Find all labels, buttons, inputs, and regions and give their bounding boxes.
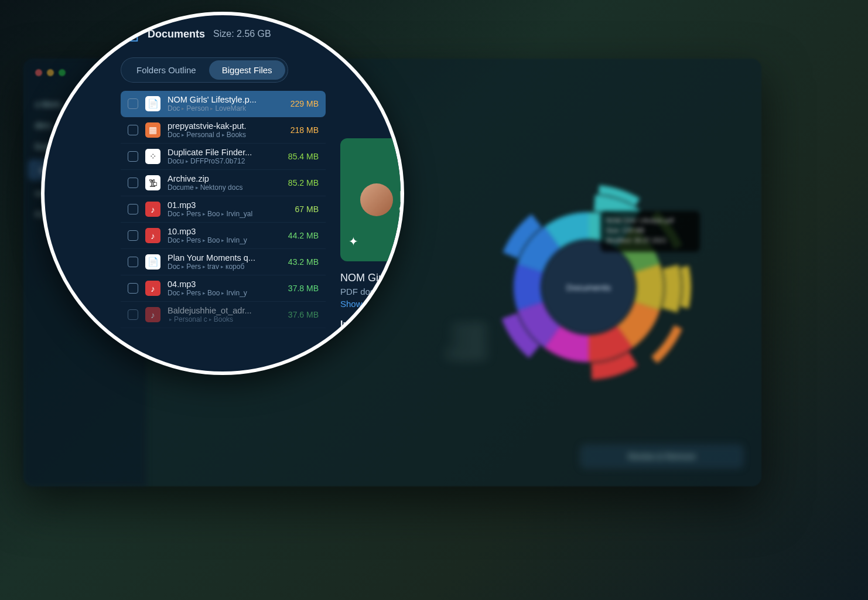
mp3-icon: ♪ [145, 281, 160, 296]
panel-header: Documents Size: 2.56 GB [41, 12, 404, 53]
mp3-icon: ♪ [145, 307, 160, 322]
file-name: prepyatstvie-kak-put. [168, 121, 283, 131]
checkbox[interactable] [128, 283, 138, 294]
file-path: Docume▸Nektony docs [168, 183, 281, 192]
file-path: Docu▸DFFProS7.0b712 [168, 157, 281, 165]
file-size: 43.2 MB [288, 257, 319, 267]
checkbox[interactable] [128, 98, 138, 109]
file-name: 01.mp3 [168, 200, 288, 210]
file-path: Doc▸Pers▸Boo▸Irvin_y [168, 289, 281, 297]
brand-logo-text: NOMGIRLS' LIFESTYLE [399, 188, 404, 213]
file-size: 37.6 MB [288, 310, 319, 319]
file-row[interactable]: 🗜Archive.zipDocume▸Nektony docs85.2 MB [121, 170, 326, 196]
file-row[interactable]: 📄Plan Your Moments q...Doc▸Pers▸trav▸кор… [121, 249, 326, 275]
mp3-icon: ♪ [145, 202, 160, 217]
checkbox[interactable] [128, 257, 138, 267]
folder-size: Size: 2.56 GB [213, 29, 271, 39]
dup-icon: ⁘ [145, 149, 160, 164]
checkbox[interactable] [128, 125, 138, 135]
ppt-icon: ▦ [145, 122, 160, 138]
sunburst-center-label: Documents [542, 240, 635, 334]
file-name: Archive.zip [168, 174, 281, 183]
pdf-icon: 📄 [145, 254, 160, 270]
checkbox[interactable] [128, 178, 138, 188]
file-row[interactable]: ♪Baldejushhie_ot_adr...▸Personal c▸Books… [121, 302, 326, 328]
tab-biggest-files[interactable]: Biggest Files [209, 60, 285, 80]
zip-icon: 🗜 [145, 175, 160, 190]
file-name: Baldejushhie_ot_adr... [168, 306, 281, 315]
file-name: NOM Girls' Lifestyle.p... [168, 95, 283, 104]
review-remove-button[interactable]: Review & Remove [580, 444, 744, 469]
tab-folders-outline[interactable]: Folders Outline [124, 60, 209, 80]
checkbox[interactable] [128, 309, 138, 320]
file-size: 218 MB [291, 125, 319, 135]
pdf-icon: 📄 [145, 96, 160, 111]
mp3-icon: ♪ [145, 228, 160, 243]
file-path: Doc▸Personal d▸Books [168, 131, 283, 139]
file-row[interactable]: ♪10.mp3Doc▸Pers▸Boo▸Irvin_y44.2 MB [121, 223, 326, 249]
file-name: 04.mp3 [168, 279, 281, 289]
file-path: Doc▸Person▸LoveMark [168, 104, 283, 112]
file-size: 67 MB [295, 204, 319, 214]
sunburst-tooltip: NOM Girls' Lifestyle.pdf Size: 229 MB Mo… [600, 211, 700, 252]
file-size: 229 MB [291, 99, 319, 108]
file-path: ▸Personal c▸Books [168, 315, 281, 323]
document-icon [127, 26, 139, 42]
avatar-image [360, 183, 393, 216]
file-name: Duplicate File Finder... [168, 148, 281, 157]
file-size: 85.2 MB [288, 178, 319, 188]
file-size: 44.2 MB [288, 231, 319, 240]
file-path: Doc▸Pers▸Boo▸Irvin_y [168, 236, 281, 244]
sunburst-chart[interactable]: Documents NOM Girls' Lifestyle.pdf Size:… [483, 182, 694, 393]
file-name: 10.mp3 [168, 227, 281, 236]
file-row[interactable]: ♪01.mp3Doc▸Pers▸Boo▸Irvin_yal67 MB [121, 196, 326, 223]
file-row[interactable]: 📄NOM Girls' Lifestyle.p...Doc▸Person▸Lov… [121, 91, 326, 117]
folder-title: Documents [148, 28, 205, 40]
checkbox[interactable] [128, 151, 138, 162]
preview-thumbnail[interactable]: ✦ ✦ NOMGIRLS' LIFESTYLE [340, 138, 404, 261]
file-name: Plan Your Moments q... [168, 253, 281, 262]
file-row[interactable]: ⁘Duplicate File Finder...Docu▸DFFProS7.0… [121, 144, 326, 170]
file-size: 37.8 MB [288, 284, 319, 293]
file-row[interactable]: ♪04.mp3Doc▸Pers▸Boo▸Irvin_y37.8 MB [121, 275, 326, 302]
file-size: 85.4 MB [288, 152, 319, 161]
file-path: Doc▸Pers▸trav▸короб [168, 262, 281, 271]
magnifier-lens: Documents Size: 2.56 GB Folders Outline … [41, 12, 404, 375]
file-row[interactable]: ▦prepyatstvie-kak-put.Doc▸Personal d▸Boo… [121, 117, 326, 144]
file-path: Doc▸Pers▸Boo▸Irvin_yal [168, 210, 288, 218]
view-tabs: Folders Outline Biggest Files [121, 57, 288, 83]
checkbox[interactable] [128, 230, 138, 241]
checkbox[interactable] [128, 204, 138, 214]
file-list: 📄NOM Girls' Lifestyle.p...Doc▸Person▸Lov… [121, 91, 326, 328]
